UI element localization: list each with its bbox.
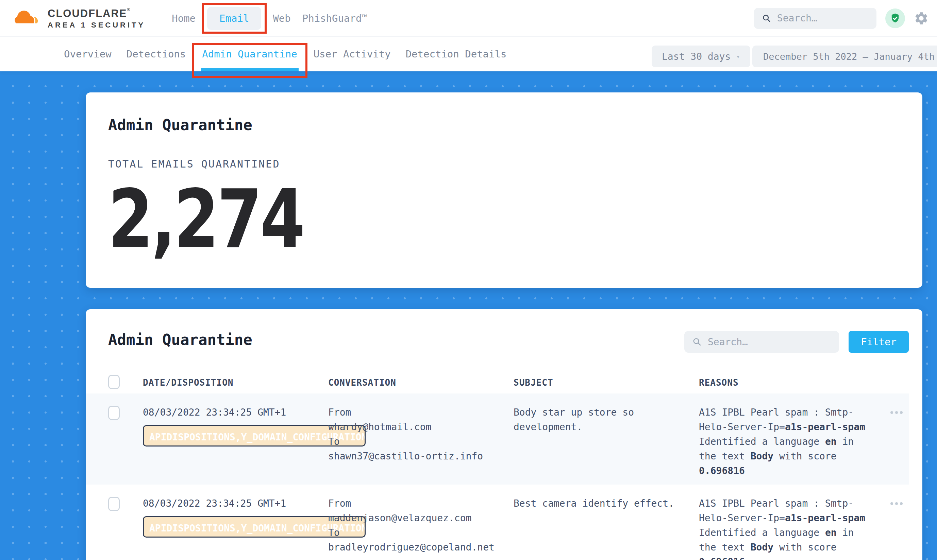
nav-email-wrap: Email bbox=[207, 0, 261, 36]
brand-name: CLOUDFLARE® bbox=[48, 7, 145, 20]
from-label: From bbox=[328, 496, 514, 511]
summary-card: Admin Quarantine TOTAL EMAILS QUARANTINE… bbox=[86, 92, 922, 288]
from-address: whardy@hotmail.com bbox=[328, 420, 514, 434]
quarantine-table-card: Admin Quarantine Filter DATE/DISPOSITION… bbox=[86, 309, 922, 560]
column-subject: SUBJECT bbox=[514, 377, 699, 388]
date-disposition-cell: 08/03/2022 23:34:25 GMT+1 APIDISPOSITION… bbox=[143, 485, 328, 538]
table-search-input[interactable] bbox=[708, 336, 831, 348]
global-search[interactable] bbox=[754, 8, 877, 29]
row-actions-icon[interactable] bbox=[891, 502, 903, 505]
row-date: 08/03/2022 23:34:25 GMT+1 bbox=[143, 405, 328, 420]
global-search-input[interactable] bbox=[777, 12, 868, 24]
reasons-cell: A1S IPBL Pearl spam : Smtp-Helo-Server-I… bbox=[699, 485, 869, 560]
table-row[interactable]: 08/03/2022 23:34:25 GMT+1 APIDISPOSITION… bbox=[86, 485, 909, 560]
to-address: shawn37@castillo-ortiz.info bbox=[328, 449, 514, 463]
metric-value: 2,274 bbox=[108, 179, 304, 260]
primary-nav: Home Email Web PhishGuard™ bbox=[172, 0, 367, 36]
select-all-checkbox[interactable] bbox=[108, 375, 120, 389]
search-icon bbox=[693, 337, 702, 347]
row-actions-icon[interactable] bbox=[891, 411, 903, 414]
row-select-cell bbox=[108, 485, 143, 512]
to-label: To bbox=[328, 525, 514, 540]
reasons-cell: A1S IPBL Pearl spam : Smtp-Helo-Server-I… bbox=[699, 394, 869, 478]
cloudflare-cloud-icon bbox=[14, 8, 43, 29]
column-date-disposition: DATE/DISPOSITION bbox=[143, 377, 328, 388]
nav-home[interactable]: Home bbox=[172, 12, 196, 24]
tab-admin-quarantine[interactable]: Admin Quarantine bbox=[202, 48, 297, 60]
to-label: To bbox=[328, 434, 514, 449]
filter-button[interactable]: Filter bbox=[849, 331, 909, 353]
subject-cell: Body star up store so development. bbox=[514, 394, 684, 434]
topbar-right bbox=[754, 8, 937, 29]
subject-cell: Best camera identify effect. bbox=[514, 485, 684, 511]
main-content: Admin Quarantine TOTAL EMAILS QUARANTINE… bbox=[0, 71, 937, 560]
metric-label: TOTAL EMAILS QUARANTINED bbox=[108, 158, 900, 170]
summary-card-title: Admin Quarantine bbox=[108, 116, 900, 134]
brand-subtitle: AREA 1 SECURITY bbox=[48, 21, 145, 29]
nav-web[interactable]: Web bbox=[273, 12, 290, 24]
secondary-nav: Overview Detections Admin Quarantine Use… bbox=[0, 37, 937, 71]
table-search[interactable] bbox=[684, 331, 839, 353]
row-date: 08/03/2022 23:34:25 GMT+1 bbox=[143, 496, 328, 511]
conversation-cell: From maddenjason@velazquez.com To bradle… bbox=[328, 485, 514, 555]
row-actions-cell bbox=[884, 394, 909, 414]
date-range-display[interactable]: December 5th 2022 — January 4th 2023 bbox=[752, 46, 937, 67]
top-navbar: CLOUDFLARE® AREA 1 SECURITY Home Email W… bbox=[0, 0, 937, 37]
tab-detections[interactable]: Detections bbox=[127, 37, 186, 71]
table-header-row: DATE/DISPOSITION CONVERSATION SUBJECT RE… bbox=[86, 372, 909, 394]
column-conversation: CONVERSATION bbox=[328, 377, 514, 388]
column-reasons: REASONS bbox=[699, 377, 884, 388]
tab-admin-quarantine-wrap: Admin Quarantine bbox=[201, 37, 298, 71]
row-checkbox[interactable] bbox=[108, 497, 120, 511]
tab-user-activity[interactable]: User Activity bbox=[313, 37, 391, 71]
section-tabs: Overview Detections Admin Quarantine Use… bbox=[64, 37, 506, 71]
settings-gear-icon[interactable] bbox=[914, 11, 929, 26]
shield-check-icon bbox=[889, 12, 901, 24]
chevron-down-icon: ▾ bbox=[736, 52, 740, 60]
nav-email[interactable]: Email bbox=[207, 7, 261, 30]
search-icon bbox=[762, 13, 771, 23]
table-card-title: Admin Quarantine bbox=[108, 331, 252, 348]
table-card-header: Admin Quarantine Filter bbox=[86, 331, 909, 353]
from-address: maddenjason@velazquez.com bbox=[328, 511, 514, 525]
row-select-cell bbox=[108, 394, 143, 422]
conversation-cell: From whardy@hotmail.com To shawn37@casti… bbox=[328, 394, 514, 463]
row-actions-cell bbox=[884, 485, 909, 505]
date-disposition-cell: 08/03/2022 23:34:25 GMT+1 APIDISPOSITION… bbox=[143, 394, 328, 446]
security-status-icon[interactable] bbox=[885, 9, 905, 28]
time-range-dropdown[interactable]: Last 30 days ▾ bbox=[651, 46, 750, 67]
to-address: bradleyrodriguez@copeland.net bbox=[328, 540, 514, 555]
row-checkbox[interactable] bbox=[108, 406, 120, 420]
time-range-label: Last 30 days bbox=[662, 51, 730, 62]
nav-phishguard[interactable]: PhishGuard™ bbox=[303, 12, 367, 24]
from-label: From bbox=[328, 405, 514, 420]
table-card-actions: Filter bbox=[684, 331, 909, 353]
tab-detection-details[interactable]: Detection Details bbox=[406, 37, 507, 71]
table-row[interactable]: 08/03/2022 23:34:25 GMT+1 APIDISPOSITION… bbox=[86, 394, 909, 485]
brand-text: CLOUDFLARE® AREA 1 SECURITY bbox=[48, 7, 145, 29]
select-all-cell bbox=[108, 375, 143, 391]
brand-logo[interactable]: CLOUDFLARE® AREA 1 SECURITY bbox=[14, 7, 145, 29]
tab-overview[interactable]: Overview bbox=[64, 37, 111, 71]
